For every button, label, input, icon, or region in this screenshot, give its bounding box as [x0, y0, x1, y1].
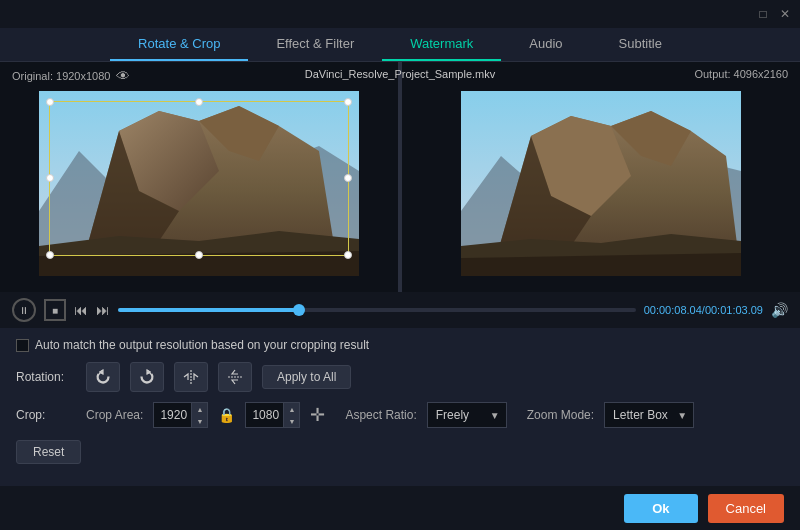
- crop-height-down[interactable]: ▼: [283, 415, 299, 427]
- rotation-label: Rotation:: [16, 370, 76, 384]
- tab-effect-filter[interactable]: Effect & Filter: [248, 28, 382, 61]
- zoom-mode-dropdown[interactable]: Letter Box ▼: [604, 402, 694, 428]
- aspect-ratio-arrow: ▼: [490, 410, 500, 421]
- rotation-row: Rotation:: [16, 362, 784, 392]
- time-display: 00:00:08.04/00:01:03.09: [644, 304, 763, 316]
- stop-icon: ■: [52, 305, 58, 316]
- crop-width-up[interactable]: ▲: [191, 403, 207, 415]
- flip-horizontal-button[interactable]: [174, 362, 208, 392]
- aspect-ratio-label: Aspect Ratio:: [345, 408, 416, 422]
- rotate-right-button[interactable]: [130, 362, 164, 392]
- preview-left: [0, 62, 398, 292]
- minimize-button[interactable]: □: [756, 7, 770, 21]
- auto-match-row: Auto match the output resolution based o…: [16, 338, 784, 352]
- crop-width-spinner: ▲ ▼: [191, 403, 207, 427]
- video-content-left: [39, 91, 359, 276]
- aspect-ratio-dropdown[interactable]: Freely ▼: [427, 402, 507, 428]
- zoom-mode-label: Zoom Mode:: [527, 408, 594, 422]
- progress-thumb[interactable]: [293, 304, 305, 316]
- rotate-right-icon: [138, 368, 156, 386]
- tab-subtitle[interactable]: Subtitle: [591, 28, 690, 61]
- tab-watermark[interactable]: Watermark: [382, 28, 501, 61]
- stop-button[interactable]: ■: [44, 299, 66, 321]
- pause-icon: ⏸: [19, 305, 29, 316]
- progress-fill: [118, 308, 299, 312]
- eye-icon[interactable]: 👁: [116, 68, 130, 84]
- zoom-mode-arrow: ▼: [677, 410, 687, 421]
- ok-button[interactable]: Ok: [624, 494, 697, 523]
- auto-match-label: Auto match the output resolution based o…: [35, 338, 369, 352]
- preview-area: Original: 1920x1080 👁 DaVinci_Resolve_Pr…: [0, 62, 800, 292]
- progress-bar[interactable]: [118, 308, 636, 312]
- next-button[interactable]: ⏭: [96, 302, 110, 318]
- close-button[interactable]: ✕: [778, 7, 792, 21]
- prev-button[interactable]: ⏮: [74, 302, 88, 318]
- apply-all-button[interactable]: Apply to All: [262, 365, 351, 389]
- cancel-button[interactable]: Cancel: [708, 494, 784, 523]
- crop-width-down[interactable]: ▼: [191, 415, 207, 427]
- reset-button[interactable]: Reset: [16, 440, 81, 464]
- crop-area-label: Crop Area:: [86, 408, 143, 422]
- lock-icon[interactable]: 🔒: [218, 407, 235, 423]
- tab-rotate-crop[interactable]: Rotate & Crop: [110, 28, 248, 61]
- volume-icon[interactable]: 🔊: [771, 302, 788, 318]
- file-name: DaVinci_Resolve_Project_Sample.mkv: [305, 68, 496, 80]
- pause-button[interactable]: ⏸: [12, 298, 36, 322]
- flip-v-icon: [226, 368, 244, 386]
- crop-height-group: ▲ ▼: [245, 402, 300, 428]
- tabs-bar: Rotate & Crop Effect & Filter Watermark …: [0, 28, 800, 62]
- original-label: Original: 1920x1080 👁: [12, 68, 130, 84]
- flip-vertical-button[interactable]: [218, 362, 252, 392]
- flip-h-icon: [182, 368, 200, 386]
- auto-match-checkbox[interactable]: [16, 339, 29, 352]
- controls-section: Auto match the output resolution based o…: [0, 328, 800, 474]
- tab-audio[interactable]: Audio: [501, 28, 590, 61]
- crop-height-up[interactable]: ▲: [283, 403, 299, 415]
- video-content-right: [461, 91, 741, 276]
- aspect-ratio-dropdown-wrapper: Freely ▼: [427, 402, 507, 428]
- playback-bar: ⏸ ■ ⏮ ⏭ 00:00:08.04/00:01:03.09 🔊: [0, 292, 800, 328]
- crop-width-group: ▲ ▼: [153, 402, 208, 428]
- crop-height-spinner: ▲ ▼: [283, 403, 299, 427]
- bottom-bar: Ok Cancel: [0, 486, 800, 530]
- rotate-left-icon: [94, 368, 112, 386]
- crop-label: Crop:: [16, 408, 76, 422]
- video-frame-left[interactable]: [39, 91, 359, 276]
- video-frame-right: [461, 91, 741, 276]
- title-bar: □ ✕: [0, 0, 800, 28]
- output-label: Output: 4096x2160: [694, 68, 788, 80]
- crop-row: Crop: Crop Area: ▲ ▼ 🔒 ▲ ▼ ✛ Aspect Rati…: [16, 402, 784, 428]
- crosshair-icon[interactable]: ✛: [310, 404, 325, 426]
- preview-right: [400, 62, 800, 292]
- zoom-mode-dropdown-wrapper: Letter Box ▼: [604, 402, 694, 428]
- rotate-left-button[interactable]: [86, 362, 120, 392]
